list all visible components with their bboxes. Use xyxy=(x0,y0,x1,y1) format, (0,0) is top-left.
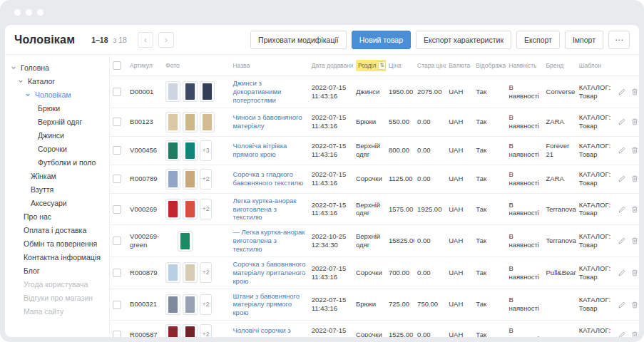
delete-icon[interactable] xyxy=(630,237,639,245)
new-product-button[interactable]: Новий товар xyxy=(352,31,411,49)
column-header-old-price[interactable]: Стара ціна xyxy=(414,55,446,76)
export-characteristics-button[interactable]: Експорт характеристик xyxy=(416,31,511,49)
row-checkbox[interactable] xyxy=(113,331,121,337)
more-photos-badge[interactable]: +2 xyxy=(200,294,212,315)
row-checkbox[interactable] xyxy=(113,146,121,155)
column-header-date[interactable]: Дата додавання xyxy=(309,55,353,76)
delete-icon[interactable] xyxy=(630,331,639,337)
sidebar-item-взуття[interactable]: Взуття xyxy=(5,182,109,196)
column-header-section[interactable]: Розділ ⇅ xyxy=(353,55,386,76)
product-photo-thumb[interactable] xyxy=(200,81,215,102)
delete-icon[interactable] xyxy=(630,175,639,183)
edit-icon[interactable] xyxy=(618,301,626,309)
column-header-display[interactable]: Відображати xyxy=(473,55,506,76)
select-all-checkbox[interactable] xyxy=(113,61,121,70)
product-name-link[interactable]: Сорочка з бавовняного матеріалу притален… xyxy=(232,260,305,286)
sidebar-item-мапа-сайту[interactable]: Мапа сайту xyxy=(5,304,109,318)
product-photo-thumb[interactable] xyxy=(183,294,198,315)
product-photo-thumb[interactable] xyxy=(183,262,198,283)
delete-icon[interactable] xyxy=(630,88,639,96)
more-photos-badge[interactable]: +2 xyxy=(200,262,212,283)
product-photo-thumb[interactable] xyxy=(165,81,180,102)
delete-icon[interactable] xyxy=(630,205,639,214)
more-actions-button[interactable]: ⋯ xyxy=(608,31,630,49)
product-photo-thumb[interactable] xyxy=(200,112,215,133)
sidebar-item-жінкам[interactable]: Жінкам xyxy=(5,169,109,182)
product-photo-thumb[interactable] xyxy=(165,140,180,161)
more-photos-badge[interactable]: +3 xyxy=(200,140,212,161)
edit-icon[interactable] xyxy=(618,118,626,126)
delete-icon[interactable] xyxy=(630,146,639,155)
delete-icon[interactable] xyxy=(630,269,639,277)
product-name-link[interactable]: Чиноси з бавовняного матеріалу xyxy=(232,113,305,130)
row-checkbox[interactable] xyxy=(113,88,121,96)
sidebar-item-верхній-одяг[interactable]: Верхній одяг xyxy=(5,115,109,128)
window-close-button[interactable] xyxy=(14,9,21,16)
sidebar-item-оплата-і-доставка[interactable]: Оплата і доставка xyxy=(5,223,109,237)
product-name-link[interactable]: — Легка куртка-анорак виготовлена з текс… xyxy=(232,228,305,254)
more-photos-badge[interactable]: +2 xyxy=(200,199,212,219)
sidebar-item-відгуки-про-магазин[interactable]: Відгуки про магазин xyxy=(5,291,109,304)
sidebar-item-футболки-и-поло[interactable]: Футболки и поло xyxy=(5,155,109,169)
pagination-next-button[interactable]: › xyxy=(158,32,174,48)
column-header-availability[interactable]: Наявність xyxy=(506,55,543,76)
export-button[interactable]: Експорт xyxy=(516,31,560,49)
product-photo-thumb[interactable] xyxy=(183,81,198,102)
window-zoom-button[interactable] xyxy=(37,9,44,16)
more-photos-badge[interactable]: +2 xyxy=(200,324,212,337)
product-photo-thumb[interactable] xyxy=(165,262,180,283)
row-checkbox[interactable] xyxy=(113,175,121,183)
product-photo-thumb[interactable] xyxy=(183,112,198,133)
sidebar-item-чоловікам[interactable]: Чоловікам xyxy=(5,88,109,101)
sidebar-item-брюки[interactable]: Брюки xyxy=(5,101,109,115)
column-header-template[interactable]: Шаблон xyxy=(576,55,613,76)
sort-icon[interactable]: ⇅ xyxy=(378,61,386,70)
column-header-name[interactable]: Назва xyxy=(230,55,308,76)
row-checkbox[interactable] xyxy=(113,269,121,277)
product-name-link[interactable]: Легка куртка-анорак виготовлена з тексти… xyxy=(232,197,305,222)
sidebar-item-каталог[interactable]: Каталог xyxy=(5,74,109,88)
column-header-sku[interactable]: Артикул xyxy=(127,55,163,76)
column-header-photo[interactable]: Фото xyxy=(163,55,230,76)
product-photo-thumb[interactable] xyxy=(183,169,198,190)
delete-icon[interactable] xyxy=(630,301,639,309)
edit-icon[interactable] xyxy=(618,88,626,96)
sidebar-item-блог[interactable]: Блог xyxy=(5,264,109,277)
delete-icon[interactable] xyxy=(630,118,639,126)
hide-modifications-button[interactable]: Приховати модифікації xyxy=(250,31,347,49)
product-photo-thumb[interactable] xyxy=(183,140,198,161)
product-photo-thumb[interactable] xyxy=(165,324,180,337)
edit-icon[interactable] xyxy=(618,175,626,183)
product-photo-thumb[interactable] xyxy=(165,294,180,315)
sidebar-item-контактна-інформація[interactable]: Контактна інформація xyxy=(5,250,109,264)
sidebar-item-головна[interactable]: Головна xyxy=(5,61,109,74)
edit-icon[interactable] xyxy=(618,205,626,214)
sidebar-item-обмін-та-повернення[interactable]: Обмін та повернення xyxy=(5,237,109,250)
column-header-price[interactable]: Ціна xyxy=(386,55,414,76)
edit-icon[interactable] xyxy=(618,331,626,337)
column-header-brand[interactable]: Бренд xyxy=(543,55,576,76)
sidebar-item-угода-користувача[interactable]: Угода користувача xyxy=(5,277,109,291)
import-button[interactable]: Імпорт xyxy=(565,31,603,49)
product-name-link[interactable]: Сорочка з гладкого бавовняного текстилю xyxy=(232,170,305,187)
product-photo-thumb[interactable] xyxy=(165,169,180,190)
window-minimize-button[interactable] xyxy=(26,9,32,16)
product-name-link[interactable]: Чоловічі сорочки з легкого текстилю xyxy=(232,326,305,337)
product-photo-thumb[interactable] xyxy=(183,324,198,337)
row-checkbox[interactable] xyxy=(113,205,121,214)
row-checkbox[interactable] xyxy=(113,301,121,309)
product-name-link[interactable]: Штани з бавовняного матеріалу прямого кр… xyxy=(232,292,305,318)
edit-icon[interactable] xyxy=(618,237,626,245)
edit-icon[interactable] xyxy=(618,269,626,277)
product-photo-thumb[interactable] xyxy=(183,199,198,219)
product-photo-thumb[interactable] xyxy=(178,231,193,252)
product-name-link[interactable]: Чоловіча вітрівка прямого крою xyxy=(232,142,305,159)
sidebar-item-джинси[interactable]: Джинси xyxy=(5,128,109,142)
row-checkbox[interactable] xyxy=(113,237,121,245)
sidebar-item-аксесуари[interactable]: Аксесуари xyxy=(5,196,109,209)
pagination-prev-button[interactable]: ‹ xyxy=(138,32,153,48)
product-photo-thumb[interactable] xyxy=(165,112,180,133)
product-photo-thumb[interactable] xyxy=(165,199,180,219)
sidebar-item-про-нас[interactable]: Про нас xyxy=(5,209,109,223)
section-sort-highlight[interactable]: Розділ ⇅ xyxy=(356,60,386,71)
